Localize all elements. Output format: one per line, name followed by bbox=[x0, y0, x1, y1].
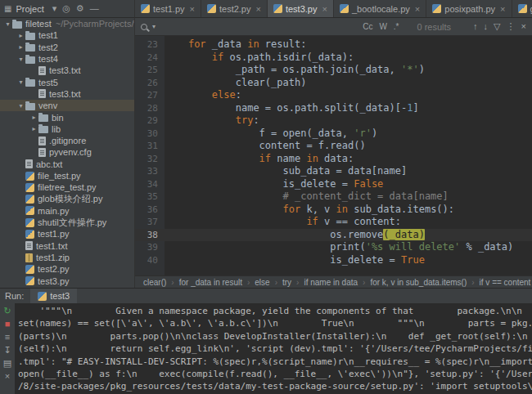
hide-panel-icon[interactable]: — bbox=[90, 4, 99, 13]
code-line-32[interactable]: 32 if name in data: bbox=[135, 153, 532, 166]
code-line-26[interactable]: 26 clear(_path) bbox=[135, 77, 532, 90]
line-number[interactable]: 28 bbox=[135, 102, 165, 115]
search-toggle-.*[interactable]: .* bbox=[394, 22, 399, 31]
tree-item-file_test.py[interactable]: file_test.py bbox=[0, 170, 134, 181]
code-line-40[interactable]: 40 is_delete = True bbox=[135, 254, 532, 267]
tree-item-filetest[interactable]: ▾filetest~/PycharmProjects/file bbox=[0, 18, 134, 29]
tree-item-test5[interactable]: ▾test5 bbox=[0, 76, 134, 87]
tree-item-test1[interactable]: ▸test1 bbox=[0, 29, 134, 41]
line-number[interactable]: 29 bbox=[135, 114, 165, 128]
editor-tab-test2.py[interactable]: test2.py× bbox=[201, 0, 268, 17]
find-filter-icon[interactable]: ▽ bbox=[494, 22, 500, 31]
code-line-34[interactable]: 34 is_delete = False bbox=[135, 178, 532, 191]
line-number[interactable]: 26 bbox=[135, 77, 165, 90]
line-number[interactable]: 40 bbox=[135, 254, 165, 267]
tree-item-bin[interactable]: ▸bin bbox=[0, 111, 134, 123]
code-line-35[interactable]: 35 # _content_dict = data[name] bbox=[135, 190, 532, 204]
line-number[interactable]: 30 bbox=[135, 128, 165, 141]
line-number[interactable]: 39 bbox=[135, 241, 165, 254]
search-toggle-W[interactable]: W bbox=[379, 22, 386, 31]
expand-arrow-icon[interactable]: ▸ bbox=[16, 32, 25, 39]
project-panel-title[interactable]: Project bbox=[16, 4, 43, 14]
soft-wrap-icon[interactable]: ≡ bbox=[5, 333, 10, 342]
line-number[interactable]: 34 bbox=[135, 178, 165, 191]
close-tab-icon[interactable]: × bbox=[322, 4, 327, 14]
line-number[interactable]: 25 bbox=[135, 64, 165, 77]
search-input[interactable] bbox=[160, 21, 358, 33]
editor-tab-posixpath.py[interactable]: posixpath.py× bbox=[426, 0, 512, 17]
code-line-38[interactable]: 38 os.remove(_data) bbox=[135, 229, 532, 242]
tree-item-filetree_test.py[interactable]: filetree_test.py bbox=[0, 181, 134, 193]
tree-item-test4[interactable]: ▾test4 bbox=[0, 53, 134, 65]
breadcrumb-item[interactable]: try bbox=[282, 278, 291, 287]
line-number[interactable]: 32 bbox=[135, 153, 165, 166]
line-number[interactable]: 31 bbox=[135, 140, 165, 153]
breadcrumb-item[interactable]: if name in data bbox=[304, 278, 358, 287]
line-number[interactable]: 23 bbox=[135, 38, 165, 51]
code-line-36[interactable]: 36 for k, v in sub_data.items(): bbox=[135, 204, 532, 217]
code-line-33[interactable]: 33 sub_data = data[name] bbox=[135, 165, 532, 178]
locate-file-icon[interactable]: ◎ bbox=[62, 4, 70, 13]
code-line-39[interactable]: 39 print('%s will delete' % _data) bbox=[135, 241, 532, 254]
expand-arrow-icon[interactable]: ▸ bbox=[16, 43, 25, 51]
editor-tab-_bootlocale.py[interactable]: _bootlocale.py× bbox=[334, 0, 426, 17]
tree-item-lib[interactable]: ▸lib bbox=[0, 123, 134, 135]
tree-item-main.py[interactable]: main.py bbox=[0, 205, 134, 217]
code-editor[interactable]: 23 for _data in result:24 if os.path.isd… bbox=[135, 36, 532, 275]
next-occurrence-icon[interactable]: ↓ bbox=[484, 22, 489, 31]
line-number[interactable]: 27 bbox=[135, 89, 165, 102]
tree-item-test2.py[interactable]: test2.py bbox=[0, 263, 134, 275]
line-number[interactable]: 36 bbox=[135, 204, 165, 217]
expand-arrow-icon[interactable]: ▸ bbox=[29, 125, 38, 132]
close-search-icon[interactable]: × bbox=[521, 22, 526, 31]
line-number[interactable]: 37 bbox=[135, 216, 165, 229]
tree-item-glob模块介绍.py[interactable]: glob模块介绍.py bbox=[0, 193, 134, 204]
editor-tab-test3.py[interactable]: test3.py× bbox=[268, 0, 334, 17]
chevron-down-icon[interactable]: ▾ bbox=[52, 4, 57, 13]
more-options-icon[interactable]: ⋮ bbox=[507, 22, 516, 31]
editor-tab-test1.py[interactable]: test1.py× bbox=[135, 0, 201, 17]
breadcrumb-item[interactable]: if v == content bbox=[480, 278, 531, 287]
print-icon[interactable]: ▤ bbox=[3, 359, 11, 368]
editor-tab-glob.py[interactable]: glob.py× bbox=[512, 0, 532, 17]
rerun-icon[interactable]: ↻ bbox=[3, 307, 11, 316]
tree-item-test3.txt[interactable]: test3.txt bbox=[0, 88, 134, 100]
tree-item-test1.zip[interactable]: test1.zip bbox=[0, 252, 134, 263]
clear-console-icon[interactable]: × bbox=[5, 372, 10, 381]
tree-item-venv[interactable]: ▾venv bbox=[0, 100, 134, 111]
collapse-arrow-icon[interactable]: ▾ bbox=[16, 56, 25, 63]
code-line-28[interactable]: 28 name = os.path.split(_data)[-1] bbox=[135, 102, 532, 115]
project-tool-window-icon[interactable]: ▦ bbox=[4, 4, 11, 13]
tree-item-test3.py[interactable]: test3.py bbox=[0, 275, 134, 287]
prev-occurrence-icon[interactable]: ↑ bbox=[473, 22, 478, 31]
line-number[interactable]: 35 bbox=[135, 190, 165, 204]
line-number[interactable]: 24 bbox=[135, 51, 165, 65]
close-tab-icon[interactable]: × bbox=[190, 4, 195, 14]
line-number[interactable]: 38 bbox=[135, 229, 165, 242]
tree-item-.gitignore[interactable]: .gitignore bbox=[0, 135, 134, 146]
code-line-29[interactable]: 29 try: bbox=[135, 114, 532, 128]
close-tab-icon[interactable]: × bbox=[500, 4, 505, 14]
tree-item-test1.py[interactable]: test1.py bbox=[0, 228, 134, 240]
code-line-30[interactable]: 30 f = open(_data, 'r') bbox=[135, 128, 532, 141]
breadcrumb-item[interactable]: else bbox=[255, 278, 269, 287]
line-number[interactable]: 33 bbox=[135, 165, 165, 178]
console-output[interactable]: '"""\n Given a namespace package, yield … bbox=[15, 303, 532, 394]
scroll-to-end-icon[interactable]: ↧ bbox=[3, 346, 11, 355]
close-tab-icon[interactable]: × bbox=[415, 4, 420, 14]
expand-arrow-icon[interactable]: ▸ bbox=[29, 114, 38, 121]
breadcrumb-item[interactable]: for _data in result bbox=[179, 278, 242, 287]
code-line-25[interactable]: 25 _path = os.path.join(_data, '*') bbox=[135, 64, 532, 77]
code-line-37[interactable]: 37 if v == content: bbox=[135, 216, 532, 229]
search-history-icon[interactable]: ▾ bbox=[152, 23, 156, 30]
tree-item-test1.txt[interactable]: test1.txt bbox=[0, 240, 134, 252]
breadcrumb-item[interactable]: for k, v in sub_data.items() bbox=[370, 278, 467, 287]
tree-item-abc.txt[interactable]: abc.txt bbox=[0, 159, 134, 170]
collapse-arrow-icon[interactable]: ▾ bbox=[3, 20, 12, 28]
run-tab[interactable]: test3 bbox=[30, 289, 77, 303]
code-line-23[interactable]: 23 for _data in result: bbox=[135, 38, 532, 51]
tree-item-test3.txt[interactable]: test3.txt bbox=[0, 65, 134, 76]
collapse-arrow-icon[interactable]: ▾ bbox=[16, 102, 25, 110]
code-line-24[interactable]: 24 if os.path.isdir(_data): bbox=[135, 51, 532, 65]
code-line-27[interactable]: 27 else: bbox=[135, 89, 532, 102]
